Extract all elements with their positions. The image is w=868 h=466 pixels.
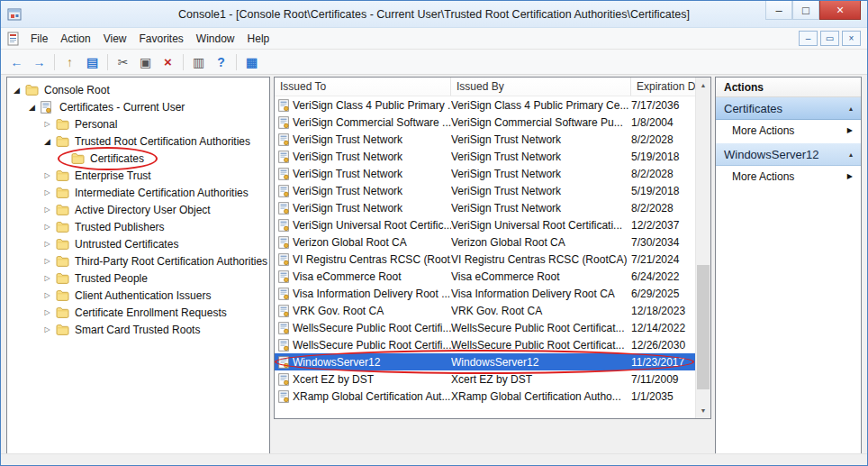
scroll-up-arrow-icon[interactable]: ▲	[696, 78, 710, 93]
tree-node[interactable]: Intermediate Certification Authorities	[53, 187, 251, 199]
scroll-down-arrow-icon[interactable]: ▼	[696, 403, 710, 418]
tree-node[interactable]: Active Directory User Object	[53, 204, 213, 216]
collapse-chevron-icon[interactable]: ▴	[849, 105, 853, 113]
menu-file[interactable]: File	[24, 30, 54, 48]
tree-item-trusted-root-certification-authorities[interactable]: ◢Trusted Root Certification Authorities	[7, 132, 269, 150]
expander-collapsed-icon[interactable]: ▷	[41, 120, 53, 128]
certificate-row-visa-ecommerce-root[interactable]: Visa eCommerce RootVisa eCommerce Root6/…	[275, 268, 695, 285]
back-button[interactable]: ←	[6, 51, 27, 72]
tree-node[interactable]: Smart Card Trusted Roots	[53, 324, 203, 336]
more-actions-certificates[interactable]: More Actions▶	[716, 120, 861, 141]
expander-collapsed-icon[interactable]: ▷	[41, 274, 53, 282]
expander-expanded-icon[interactable]: ◢	[26, 103, 38, 112]
expander-collapsed-icon[interactable]: ▷	[41, 188, 53, 196]
tree-item-personal[interactable]: ▷Personal	[7, 115, 269, 132]
annotated-tree-node[interactable]: Certificates	[68, 152, 147, 165]
scrollbar-thumb[interactable]	[697, 265, 710, 389]
tree-node[interactable]: Trusted Publishers	[53, 221, 167, 233]
certificate-row-verisign-trust-network[interactable]: VeriSign Trust NetworkVeriSign Trust Net…	[275, 148, 695, 165]
tree-node[interactable]: Certificates - Current User	[38, 101, 187, 114]
certificate-row-verizon-global-root-ca[interactable]: Verizon Global Root CAVerizon Global Roo…	[275, 233, 695, 251]
tree-item-console-root[interactable]: ◢Console Root	[7, 81, 269, 98]
certificate-row-xramp-global-certification-aut[interactable]: XRamp Global Certification Aut...XRamp G…	[275, 388, 695, 405]
tree-item-client-authentication-issuers[interactable]: ▷Client Authentication Issuers	[7, 287, 269, 304]
forward-button[interactable]: →	[29, 51, 50, 72]
more-actions-windowsserver12[interactable]: More Actions▶	[716, 166, 861, 187]
cut-button[interactable]: ✂	[113, 51, 133, 72]
certificate-row-windowsserver12[interactable]: WindowsServer12WindowsServer1211/23/2017	[275, 353, 695, 370]
menu-help[interactable]: Help	[241, 30, 276, 48]
delete-button[interactable]: ×	[158, 51, 178, 72]
tree-node[interactable]: Third-Party Root Certification Authoriti…	[53, 255, 270, 268]
column-header-issued-by[interactable]: Issued By	[451, 78, 631, 96]
certificate-row-verisign-commercial-software[interactable]: VeriSign Commercial Software ...VeriSign…	[275, 114, 695, 131]
expander-expanded-icon[interactable]: ◢	[11, 86, 23, 95]
expander-collapsed-icon[interactable]: ▷	[41, 308, 53, 316]
mdi-restore-button[interactable]: ▭	[820, 31, 839, 46]
tree-item-certificates-current-user[interactable]: ◢Certificates - Current User	[7, 98, 269, 115]
expander-collapsed-icon[interactable]: ▷	[41, 206, 53, 214]
expander-collapsed-icon[interactable]: ▷	[41, 240, 53, 248]
tree-item-active-directory-user-object[interactable]: ▷Active Directory User Object	[7, 201, 269, 218]
tree-item-enterprise-trust[interactable]: ▷Enterprise Trust	[7, 167, 269, 184]
certificate-row-wellssecure-public-root-certifi[interactable]: WellsSecure Public Root Certifi...WellsS…	[275, 319, 695, 336]
mdi-minimize-button[interactable]: –	[799, 31, 818, 46]
tree-item-trusted-people[interactable]: ▷Trusted People	[7, 270, 269, 287]
show-hide-action-pane-button[interactable]: ▦	[241, 51, 262, 72]
certificate-row-vrk-gov-root-ca[interactable]: VRK Gov. Root CAVRK Gov. Root CA12/18/20…	[275, 302, 695, 319]
tree-item-certificate-enrollment-requests[interactable]: ▷Certificate Enrollment Requests	[7, 304, 269, 321]
show-hide-console-tree-button[interactable]: ▤	[82, 51, 103, 72]
expander-collapsed-icon[interactable]: ▷	[41, 325, 53, 334]
certificate-row-verisign-trust-network[interactable]: VeriSign Trust NetworkVeriSign Trust Net…	[275, 182, 695, 199]
tree-node[interactable]: Personal	[53, 118, 120, 131]
tree-node[interactable]: Client Authentication Issuers	[53, 289, 213, 302]
up-one-level-button[interactable]: ↑	[59, 51, 80, 72]
folder-icon	[56, 324, 70, 335]
tree-item-third-party-root-certification-authorities[interactable]: ▷Third-Party Root Certification Authorit…	[7, 252, 269, 270]
help-button[interactable]: ?	[211, 51, 231, 72]
certificate-row-verisign-universal-root-certific[interactable]: VeriSign Universal Root Certific...VeriS…	[275, 216, 695, 233]
expander-collapsed-icon[interactable]: ▷	[41, 257, 53, 265]
tree-node[interactable]: Certificate Enrollment Requests	[53, 306, 230, 319]
export-list-button[interactable]: ▥	[188, 51, 209, 72]
collapse-chevron-icon[interactable]: ▴	[849, 151, 853, 159]
menu-window[interactable]: Window	[190, 30, 241, 48]
titlebar[interactable]: Console1 - [Console Root\Certificates - …	[1, 1, 867, 28]
tree-node[interactable]: Trusted Root Certification Authorities	[53, 135, 253, 148]
tree-item-trusted-publishers[interactable]: ▷Trusted Publishers	[7, 218, 269, 235]
expander-collapsed-icon[interactable]: ▷	[41, 223, 53, 231]
certificate-row-xcert-ez-by-dst[interactable]: Xcert EZ by DSTXcert EZ by DST7/11/2009	[275, 370, 695, 388]
tree-node[interactable]: Console Root	[23, 84, 113, 96]
menu-favorites[interactable]: Favorites	[133, 30, 190, 48]
close-button[interactable]: ×	[819, 1, 861, 20]
certificate-row-visa-information-delivery-root[interactable]: Visa Information Delivery Root ...Visa I…	[275, 285, 695, 302]
column-header-issued-to[interactable]: Issued To	[275, 78, 451, 96]
actions-section-header-windowsserver12[interactable]: WindowsServer12▴	[716, 143, 861, 166]
minimize-button[interactable]: –	[765, 1, 792, 20]
certificate-row-verisign-trust-network[interactable]: VeriSign Trust NetworkVeriSign Trust Net…	[275, 165, 695, 182]
certificate-row-vi-registru-centras-rcsc-root[interactable]: VI Registru Centras RCSC (Root...VI Regi…	[275, 251, 695, 268]
certificate-row-verisign-class-4-public-primary[interactable]: VeriSign Class 4 Public Primary ...VeriS…	[275, 96, 695, 114]
expiration-date-cell: 7/11/2009	[631, 373, 695, 386]
tree-node[interactable]: Trusted People	[53, 272, 150, 285]
expander-collapsed-icon[interactable]: ▷	[41, 171, 53, 179]
certificate-row-verisign-trust-network[interactable]: VeriSign Trust NetworkVeriSign Trust Net…	[275, 131, 695, 148]
tree-item-certificates[interactable]: Certificates	[7, 150, 269, 167]
expander-expanded-icon[interactable]: ◢	[41, 137, 53, 146]
actions-section-header-certificates[interactable]: Certificates▴	[716, 97, 861, 120]
menu-action[interactable]: Action	[54, 30, 96, 48]
expander-collapsed-icon[interactable]: ▷	[41, 291, 53, 299]
tree-node[interactable]: Untrusted Certificates	[53, 238, 181, 251]
certificate-row-verisign-trust-network[interactable]: VeriSign Trust NetworkVeriSign Trust Net…	[275, 199, 695, 216]
mdi-close-button[interactable]: ×	[842, 31, 861, 46]
copy-button[interactable]: ▣	[135, 51, 156, 72]
tree-item-untrusted-certificates[interactable]: ▷Untrusted Certificates	[7, 235, 269, 252]
certificate-row-wellssecure-public-root-certifi[interactable]: WellsSecure Public Root Certifi...WellsS…	[275, 336, 695, 353]
maximize-button[interactable]: □	[792, 1, 819, 20]
vertical-scrollbar[interactable]: ▲ ▼	[695, 78, 710, 418]
tree-node[interactable]: Enterprise Trust	[53, 169, 154, 182]
column-header-expiration-d[interactable]: Expiration D	[631, 78, 695, 96]
tree-item-smart-card-trusted-roots[interactable]: ▷Smart Card Trusted Roots	[7, 321, 269, 338]
tree-item-intermediate-certification-authorities[interactable]: ▷Intermediate Certification Authorities	[7, 184, 269, 201]
menu-view[interactable]: View	[97, 30, 133, 48]
